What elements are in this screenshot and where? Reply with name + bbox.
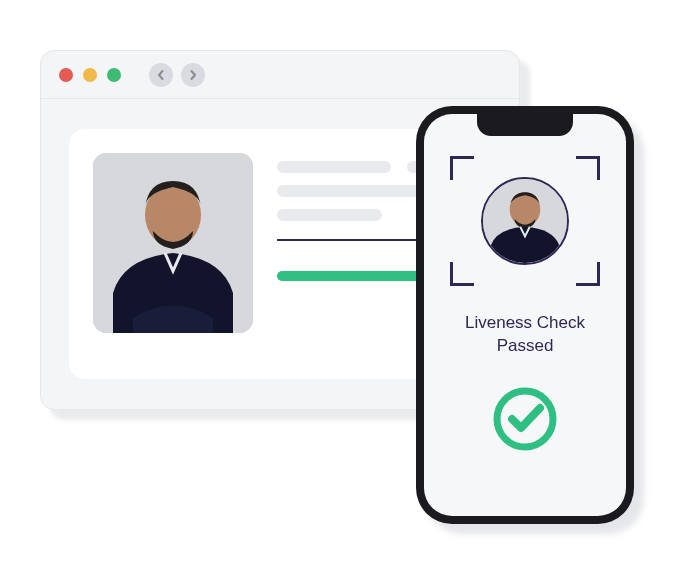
scan-corner-icon — [576, 262, 600, 286]
placeholder-line — [277, 185, 429, 197]
scan-corner-icon — [450, 156, 474, 180]
phone-screen: Liveness Check Passed — [424, 114, 626, 516]
chevron-left-icon — [156, 70, 166, 80]
success-check-icon — [490, 384, 560, 454]
minimize-icon[interactable] — [83, 68, 97, 82]
placeholder-line — [277, 209, 382, 221]
liveness-status-text: Liveness Check Passed — [424, 312, 626, 358]
face-scan-frame — [450, 156, 600, 286]
scan-corner-icon — [576, 156, 600, 180]
browser-titlebar — [41, 51, 519, 99]
nav-arrows — [149, 63, 205, 87]
back-button[interactable] — [149, 63, 173, 87]
close-icon[interactable] — [59, 68, 73, 82]
phone-notch — [477, 114, 573, 136]
scanned-face-avatar — [481, 177, 569, 265]
id-photo — [93, 153, 253, 333]
scan-corner-icon — [450, 262, 474, 286]
phone-frame: Liveness Check Passed — [416, 106, 634, 524]
maximize-icon[interactable] — [107, 68, 121, 82]
placeholder-line — [277, 161, 391, 173]
chevron-right-icon — [188, 70, 198, 80]
window-controls — [59, 68, 121, 82]
forward-button[interactable] — [181, 63, 205, 87]
